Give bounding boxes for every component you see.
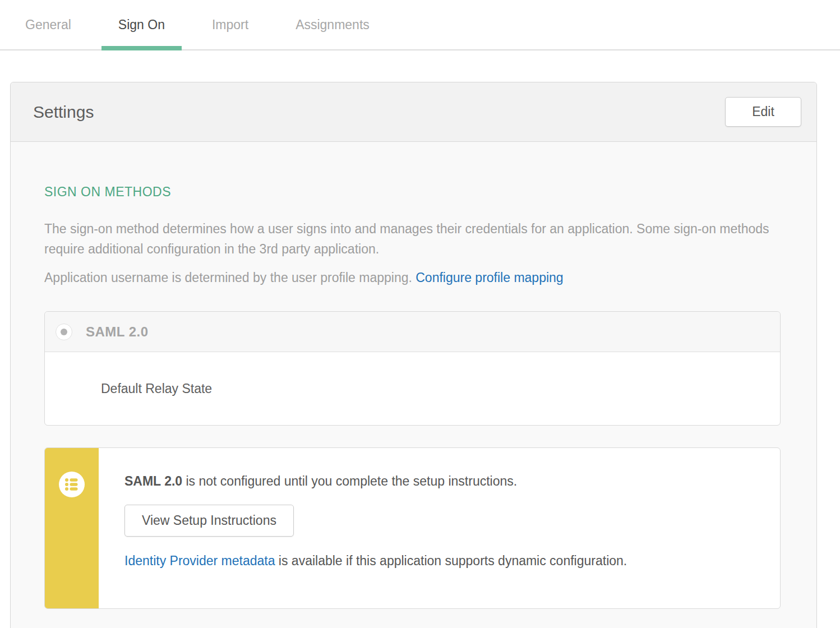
tab-import[interactable]: Import <box>195 0 265 49</box>
settings-panel-body: SIGN ON METHODS The sign-on method deter… <box>11 142 816 628</box>
configure-profile-mapping-link[interactable]: Configure profile mapping <box>416 270 563 285</box>
saml-not-configured-callout: SAML 2.0 is not configured until you com… <box>44 447 781 609</box>
username-mapping-text: Application username is determined by th… <box>44 270 416 285</box>
identity-provider-metadata-link[interactable]: Identity Provider metadata <box>124 553 275 568</box>
saml-method-label: SAML 2.0 <box>86 324 149 340</box>
saml-radio-button[interactable] <box>56 324 72 340</box>
saml-method-header: SAML 2.0 <box>45 312 780 352</box>
tab-general[interactable]: General <box>8 0 88 49</box>
default-relay-state-label: Default Relay State <box>101 381 212 396</box>
edit-button[interactable]: Edit <box>725 97 801 127</box>
panel-title: Settings <box>33 103 94 122</box>
tab-assignments[interactable]: Assignments <box>279 0 386 49</box>
view-setup-instructions-button[interactable]: View Setup Instructions <box>124 505 294 537</box>
callout-content: SAML 2.0 is not configured until you com… <box>99 448 780 608</box>
username-mapping-line: Application username is determined by th… <box>44 270 781 285</box>
callout-accent-strip <box>45 448 99 608</box>
settings-panel: Settings Edit SIGN ON METHODS The sign-o… <box>10 82 817 628</box>
sign-on-methods-description: The sign-on method determines how a user… <box>44 219 780 259</box>
not-configured-message: SAML 2.0 is not configured until you com… <box>124 474 758 489</box>
saml-method-body: Default Relay State <box>45 352 780 425</box>
not-configured-message-rest: is not configured until you complete the… <box>182 474 517 488</box>
settings-panel-header: Settings Edit <box>11 82 816 142</box>
sign-on-methods-heading: SIGN ON METHODS <box>44 184 781 200</box>
idp-metadata-line-rest: is available if this application support… <box>275 553 627 568</box>
app-tab-bar: General Sign On Import Assignments <box>0 0 840 50</box>
tab-sign-on[interactable]: Sign On <box>101 0 182 49</box>
saml-method-box: SAML 2.0 Default Relay State <box>44 311 781 426</box>
idp-metadata-line: Identity Provider metadata is available … <box>124 553 758 569</box>
not-configured-message-bold: SAML 2.0 <box>124 474 182 488</box>
list-icon <box>59 472 85 497</box>
